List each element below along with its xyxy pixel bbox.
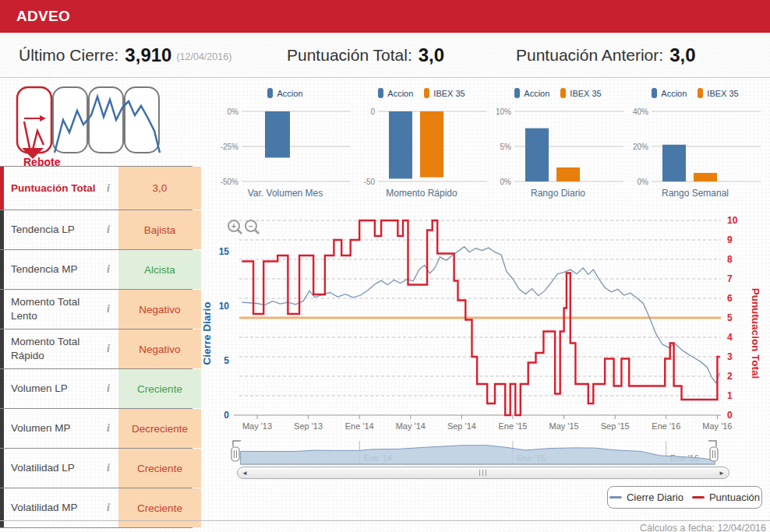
legend-line-icon [609, 496, 622, 499]
y-tick-label: 40% [633, 107, 648, 116]
last-close-group: Último Cierre: 3,910 (12/04/2016) [19, 33, 231, 77]
summary-bar: Último Cierre: 3,910 (12/04/2016) Puntua… [0, 33, 770, 78]
mini-chart: AccionIBEX 3540%20%0%Rango Semanal [628, 82, 762, 206]
x-tick-label: May '14 [396, 421, 426, 431]
mini-chart-legend: AccionIBEX 35 [628, 88, 762, 98]
y-tick-label: 5% [500, 143, 512, 151]
x-tick-label: Sep '13 [294, 421, 323, 431]
mini-chart-title: Var. Volumen Mes [218, 188, 352, 199]
scrollbar-left-arrow-icon[interactable]: ◄ [239, 467, 250, 478]
previous-score-label: Puntuación Anterior: [516, 46, 663, 65]
nav-left-handle[interactable] [231, 447, 239, 461]
legend-item: IBEX 35 [424, 88, 464, 98]
right-tick-label: 2 [727, 371, 733, 382]
bar [525, 129, 549, 181]
x-tick-label: Ene '15 [499, 421, 528, 431]
right-tick-label: 4 [727, 332, 733, 343]
mini-chart-title: Rango Semanal [628, 188, 762, 199]
footer-divider [0, 520, 770, 521]
bar [389, 111, 412, 178]
bar [265, 111, 290, 157]
legend-item: Accion [514, 88, 549, 98]
right-tick-label: 5 [727, 312, 733, 323]
right-axis-title: Punutuacion Total [750, 288, 761, 379]
pattern-selector: Rebote [14, 83, 181, 170]
right-tick-label: 8 [727, 254, 733, 265]
bar [556, 167, 580, 181]
nav-left-bracket-icon [233, 441, 241, 446]
legend-marker-icon [652, 88, 657, 98]
y-tick-label: -50% [221, 178, 238, 186]
right-tick-label: 9 [727, 234, 733, 245]
info-icon[interactable]: i [98, 167, 118, 210]
scrollbar[interactable]: ◄ ► [237, 467, 729, 479]
x-tick-label: May '13 [242, 421, 272, 431]
legend-item[interactable]: Cierre Diario [609, 491, 683, 503]
y-tick-label: 0% [500, 178, 512, 186]
y-tick-label: 0% [638, 178, 649, 186]
zoom-in-icon[interactable]: + [228, 220, 242, 234]
footer-note: Cálculos a fecha: 12/04/2016 [640, 523, 766, 532]
bar [420, 111, 443, 178]
nav-right-bracket-icon [708, 441, 716, 446]
mini-chart-plot: 0-50 [355, 104, 489, 185]
legend-label: Accion [661, 89, 687, 98]
x-tick-label: Sep '15 [601, 421, 630, 431]
pattern-card-4[interactable] [125, 87, 159, 153]
mini-chart-title: Momento Rápido [355, 188, 489, 199]
legend-label: IBEX 35 [707, 89, 738, 98]
row-value: Creciente [118, 488, 201, 527]
zoom-out-icon[interactable]: − [245, 220, 259, 234]
legend-marker-icon [560, 88, 566, 98]
legend-label: Accion [277, 89, 302, 98]
mini-chart-plot: 10%5%0% [491, 104, 625, 185]
y-tick-label: -50 [364, 178, 376, 186]
scrollbar-grip[interactable] [479, 470, 488, 476]
total-score-group: Puntuación Total: 3,0 [287, 33, 444, 77]
scrollbar-right-arrow-icon[interactable]: ► [716, 467, 727, 478]
x-tick-label: Ene '14 [345, 421, 374, 431]
left-tick-label: 10 [219, 301, 230, 312]
legend-marker-icon [267, 88, 273, 98]
row-label: Puntuación Total [4, 167, 98, 210]
legend-item: Accion [267, 88, 302, 98]
y-tick-label: 0% [228, 107, 239, 116]
right-tick-label: 6 [727, 293, 733, 304]
legend-item: Accion [652, 88, 687, 98]
table-row: Puntuación Totali3,0 [0, 166, 192, 210]
row-label: Volatilidad MP [4, 488, 98, 527]
mini-chart-plot: 0%-25%-50% [218, 104, 352, 185]
left-tick-label: 0 [224, 410, 229, 421]
legend-label: IBEX 35 [433, 89, 464, 98]
y-tick-label: 20% [633, 143, 648, 151]
legend-item: Accion [378, 88, 413, 98]
mini-chart-plot: 40%20%0% [628, 104, 762, 185]
previous-score-group: Puntuación Anterior: 3,0 [516, 33, 696, 77]
mini-charts: Accion0%-25%-50%Var. Volumen MesAccionIB… [195, 82, 770, 206]
x-tick-label: May '16 [702, 421, 732, 431]
info-icon[interactable]: i [98, 488, 118, 527]
pattern-card-3[interactable] [89, 87, 123, 153]
right-tick-label: 10 [727, 215, 738, 226]
last-close-value: 3,910 [125, 44, 171, 66]
bar [694, 173, 717, 181]
mini-chart-title: Rango Diario [491, 188, 625, 199]
svg-text:+: + [231, 222, 236, 231]
x-tick-label: Sep '14 [447, 421, 476, 431]
y-tick-label: 0 [370, 107, 375, 116]
last-close-label: Último Cierre: [19, 46, 118, 65]
last-close-date: (12/04/2016) [176, 51, 231, 62]
total-score-label: Puntuación Total: [287, 46, 412, 65]
total-score-value: 3,0 [419, 44, 444, 66]
navigator[interactable]: Ene '14Ene '15Ene '16 [0, 438, 770, 467]
main-chart: May '13Sep '13Ene '14May '14Sep '14Ene '… [0, 204, 770, 438]
legend-item[interactable]: Puntuación [692, 491, 760, 503]
legend-label: IBEX 35 [570, 89, 601, 98]
nav-right-handle[interactable] [710, 447, 718, 461]
nav-area-series [241, 446, 715, 464]
row-value: 3,0 [118, 167, 201, 210]
bar [662, 145, 686, 181]
legend-label: Accion [387, 89, 413, 98]
legend-marker-icon [514, 88, 520, 98]
y-tick-label: -25% [221, 143, 238, 151]
